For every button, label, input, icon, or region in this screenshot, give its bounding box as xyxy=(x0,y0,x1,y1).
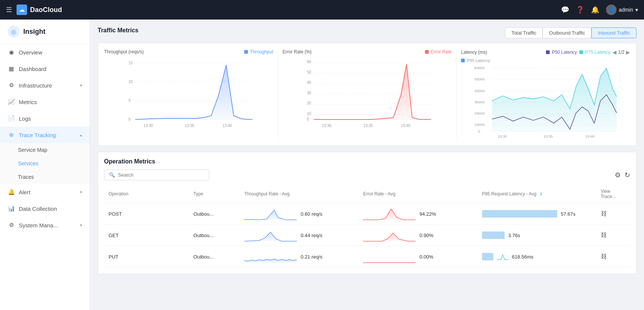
svg-text:30000: 30000 xyxy=(475,100,485,104)
col-header-throughput: Throughput Rate - Avg xyxy=(240,185,358,203)
latency-legend-p95: P95 Latency xyxy=(461,58,630,63)
table-row: GET Outbou... 0.44 req/s xyxy=(104,225,630,246)
alert-icon: 🔔 xyxy=(8,188,15,196)
sort-icon[interactable]: ⇓ xyxy=(539,191,543,197)
tab-inbound-traffic[interactable]: Inbound Traffic xyxy=(591,27,636,38)
search-box[interactable]: 🔍 xyxy=(104,169,209,180)
latency-col-label: P95 Request Latency - Avg xyxy=(482,191,537,197)
latency-chart-svg: 60000 50000 40000 30000 20000 10000 0 xyxy=(461,64,630,139)
latency-bar xyxy=(482,231,505,239)
settings-icon[interactable]: ⚙ xyxy=(615,171,621,179)
charts-container: Throughput (reqs/s) Throughput 15 10 5 0 xyxy=(98,43,636,146)
view-trace-btn[interactable]: ⛓ xyxy=(601,232,607,238)
throughput-title: Throughput (reqs/s) xyxy=(104,49,144,54)
sidebar-item-label: Overview xyxy=(19,49,82,56)
user-menu[interactable]: 👤 admin ▾ xyxy=(606,5,638,15)
chart-prev-btn[interactable]: ◀ xyxy=(612,49,617,55)
throughput-chart-svg: 15 10 5 0 xyxy=(104,57,273,133)
sidebar-item-label: Metrics xyxy=(19,99,82,105)
throughput-chart-header: Throughput (reqs/s) Throughput xyxy=(104,49,273,54)
service-map-label: Service Map xyxy=(18,147,47,153)
cell-latency: 3.76s xyxy=(478,225,596,246)
toolbar-actions: ⚙ ↻ xyxy=(615,171,630,179)
topbar: ☰ ☁ DaoCloud 💬 ❓ 🔔 👤 admin ▾ xyxy=(0,0,644,20)
tab-outbound-traffic[interactable]: Outbound Traffic xyxy=(543,27,591,38)
latency-chart-header: Latency (ms) P50 Latency P75 Latency ◀ 1… xyxy=(461,49,630,55)
throughput-chart-cell: 0.60 req/s xyxy=(244,207,354,221)
error-rate-legend-label: Error Rate xyxy=(431,49,452,54)
view-trace-btn[interactable]: ⛓ xyxy=(601,253,607,260)
sidebar-item-infrastructure[interactable]: ⚙ Infrastructure ▾ xyxy=(0,77,90,94)
avatar: 👤 xyxy=(606,5,617,15)
sidebar-item-metrics[interactable]: 📈 Metrics xyxy=(0,94,90,110)
content-area: Traffic Metrics Total Traffic Outbound T… xyxy=(90,20,644,310)
svg-text:20000: 20000 xyxy=(475,111,485,115)
search-input[interactable] xyxy=(118,172,204,178)
cell-throughput: 0.60 req/s xyxy=(240,203,358,225)
insight-brand-icon: ◎ xyxy=(8,26,20,38)
sidebar-sub-trace: Service Map Services Traces xyxy=(0,143,90,184)
latency-value: 618.56ms xyxy=(512,254,534,260)
throughput-mini-chart-3 xyxy=(244,250,297,263)
error-rate-legend: Error Rate xyxy=(425,49,452,54)
sidebar-item-trace-tracking[interactable]: ⊕ Trace Tracking ▴ xyxy=(0,127,90,143)
refresh-icon[interactable]: ↻ xyxy=(624,171,630,179)
notification-icon[interactable]: 🔔 xyxy=(591,6,599,14)
col-header-latency: P95 Request Latency - Avg ⇓ xyxy=(478,185,596,203)
svg-marker-44 xyxy=(492,68,617,132)
p50-legend-label: P50 Latency xyxy=(552,50,577,55)
sidebar-item-alert[interactable]: 🔔 Alert ▾ xyxy=(0,184,90,200)
p50-legend-dot xyxy=(546,50,550,54)
chat-icon[interactable]: 💬 xyxy=(561,6,569,14)
cell-throughput: 0.21 req/s xyxy=(240,246,358,268)
error-mini-chart xyxy=(363,207,416,221)
throughput-chart-cell: 0.44 req/s xyxy=(244,228,354,242)
traffic-metrics-header: Traffic Metrics Total Traffic Outbound T… xyxy=(98,27,636,38)
user-arrow-icon: ▾ xyxy=(635,7,638,13)
svg-text:40000: 40000 xyxy=(475,89,485,93)
sidebar-item-logs[interactable]: 📄 Logs xyxy=(0,110,90,127)
error-chart-cell-2: 0.90% xyxy=(363,228,473,242)
sidebar-item-dashboard[interactable]: ▦ Dashboard xyxy=(0,60,90,77)
operation-metrics-panel: Operation Metrics 🔍 ⚙ ↻ Operation Type T… xyxy=(98,152,636,274)
error-rate-chart-header: Error Rate (%) Error Rate xyxy=(283,49,452,54)
throughput-legend-label: Throughput xyxy=(250,49,273,54)
svg-text:13:35: 13:35 xyxy=(185,124,194,128)
sidebar-item-label: Data Collection xyxy=(19,206,82,212)
throughput-chart-panel: Throughput (reqs/s) Throughput 15 10 5 0 xyxy=(104,49,273,139)
overview-icon: ◉ xyxy=(8,48,15,56)
sidebar: ◎ Insight ◉ Overview ▦ Dashboard ⚙ Infra… xyxy=(0,20,90,310)
p75-legend-label: P75 Latency xyxy=(585,50,611,55)
col-header-view: View Trace... xyxy=(596,185,630,203)
chevron-down-icon: ▾ xyxy=(80,83,82,88)
error-rate-chart-svg: 60 50 40 30 20 10 0 xyxy=(283,57,452,133)
search-icon: 🔍 xyxy=(109,172,115,178)
throughput-chart-cell-3: 0.21 req/s xyxy=(244,250,354,263)
logo: ☁ DaoCloud xyxy=(17,5,62,15)
latency-spike-chart xyxy=(497,253,508,260)
sidebar-item-traces[interactable]: Traces xyxy=(0,170,90,184)
sidebar-item-label: System Mana... xyxy=(19,222,76,228)
error-chart-cell-3: 0.00% xyxy=(363,250,473,263)
cell-operation: GET xyxy=(104,225,189,246)
system-icon: ⚙ xyxy=(8,221,15,229)
svg-marker-26 xyxy=(314,64,431,119)
sidebar-item-data-collection[interactable]: 📊 Data Collection xyxy=(0,200,90,217)
operation-toolbar: 🔍 ⚙ ↻ xyxy=(104,169,630,180)
help-icon[interactable]: ❓ xyxy=(576,6,584,14)
view-trace-btn[interactable]: ⛓ xyxy=(601,210,607,217)
sidebar-item-service-map[interactable]: Service Map xyxy=(0,143,90,157)
tab-total-traffic[interactable]: Total Traffic xyxy=(505,27,543,38)
user-label: admin xyxy=(619,7,633,13)
col-header-error-rate: Error Rate - Avg xyxy=(358,185,477,203)
svg-text:13:35: 13:35 xyxy=(544,134,553,138)
sidebar-item-label: Trace Tracking xyxy=(19,132,76,138)
sidebar-item-system-mana[interactable]: ⚙ System Mana... ▾ xyxy=(0,217,90,233)
chart-next-btn[interactable]: ▶ xyxy=(626,49,630,55)
throughput-legend: Throughput xyxy=(244,49,273,54)
menu-icon[interactable]: ☰ xyxy=(6,6,12,14)
sidebar-item-services[interactable]: Services xyxy=(0,157,90,170)
sidebar-item-overview[interactable]: ◉ Overview xyxy=(0,44,90,60)
cell-view-trace: ⛓ xyxy=(596,225,630,246)
latency-legend: P50 Latency P75 Latency ◀ 1/2 ▶ xyxy=(546,49,630,55)
